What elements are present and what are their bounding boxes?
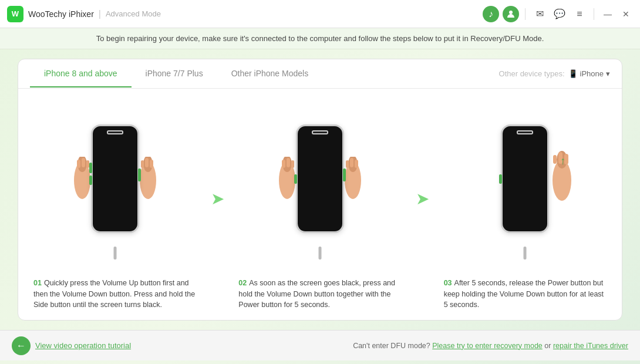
subtitle-text: To begin repairing your device, make sur… bbox=[96, 34, 544, 43]
subtitle-bar: To begin repairing your device, make sur… bbox=[0, 28, 640, 49]
device-dropdown[interactable]: 📱 iPhone ▾ bbox=[568, 69, 610, 78]
vol-up-btn-indicator bbox=[89, 163, 92, 173]
step-3-num: 03 bbox=[444, 279, 452, 287]
usb-cable-3 bbox=[524, 247, 527, 259]
step-2-col: 02As soon as the screen goes black, pres… bbox=[235, 100, 405, 314]
main-card: iPhone 8 and above iPhone 7/7 Plus Other… bbox=[18, 59, 622, 321]
svg-rect-15 bbox=[291, 160, 294, 168]
svg-rect-10 bbox=[141, 160, 144, 168]
step-2-desc: 02As soon as the screen goes black, pres… bbox=[235, 272, 405, 314]
step-2-phone bbox=[282, 124, 358, 248]
step-1-phone bbox=[77, 124, 153, 248]
usb-cable-2 bbox=[318, 247, 321, 259]
step-1-image bbox=[77, 100, 153, 272]
footer: ← View video operation tutorial Can't en… bbox=[0, 330, 640, 360]
chat-icon-btn[interactable]: 💬 bbox=[551, 6, 568, 22]
svg-rect-19 bbox=[350, 158, 353, 167]
step-2-num: 02 bbox=[238, 279, 247, 287]
device-type-label: Other device types: bbox=[499, 69, 565, 78]
step-2-text: As soon as the screen goes black, press … bbox=[238, 279, 395, 309]
device-selected: iPhone bbox=[580, 69, 604, 78]
vol-down-btn-indicator bbox=[89, 176, 92, 185]
app-logo: W bbox=[7, 6, 23, 22]
dfu-help-text: Can't enter DFU mode? bbox=[353, 342, 430, 350]
phone-frame-1 bbox=[91, 124, 139, 233]
phone-icon: 📱 bbox=[568, 69, 578, 78]
svg-rect-9 bbox=[145, 158, 149, 167]
step3-vol-down bbox=[499, 174, 502, 184]
phone-notch-1 bbox=[107, 130, 123, 134]
phone-notch-3 bbox=[517, 130, 533, 134]
mode-label: Advanced Mode bbox=[106, 9, 161, 18]
itunes-driver-link[interactable]: repair the iTunes driver bbox=[553, 342, 628, 350]
steps-area: 01Quickly press the Volume Up button fir… bbox=[18, 89, 622, 320]
step-3-col: ↑ 03After 5 seconds, release the Power b… bbox=[440, 100, 610, 314]
app-name: WooTechy iPhixer bbox=[28, 9, 94, 19]
sep1 bbox=[525, 8, 526, 20]
minimize-btn[interactable]: — bbox=[600, 7, 615, 21]
sep2 bbox=[594, 8, 594, 20]
step-3-image: ↑ bbox=[487, 100, 563, 272]
step-3-phone: ↑ bbox=[487, 124, 563, 248]
arrow-1: ➤ bbox=[206, 83, 229, 314]
close-btn[interactable]: ✕ bbox=[619, 7, 633, 21]
usb-cable-1 bbox=[113, 247, 116, 259]
footer-right: Can't enter DFU mode? Please try to ente… bbox=[353, 342, 628, 350]
step2-power bbox=[343, 168, 346, 181]
svg-rect-13 bbox=[282, 160, 285, 168]
right-arrow-icon-2: ➤ bbox=[416, 189, 429, 208]
mail-icon-btn[interactable]: ✉ bbox=[531, 6, 548, 22]
arrow-2: ➤ bbox=[411, 83, 434, 314]
svg-rect-14 bbox=[287, 158, 290, 167]
phone-frame-3 bbox=[501, 124, 549, 233]
phone-frame-2 bbox=[296, 124, 344, 233]
svg-rect-18 bbox=[355, 160, 358, 168]
main-content: iPhone 8 and above iPhone 7/7 Plus Other… bbox=[0, 49, 640, 330]
phone-notch-2 bbox=[312, 130, 328, 134]
back-arrow-icon: ← bbox=[16, 341, 26, 351]
avatar-btn[interactable] bbox=[503, 6, 519, 22]
step-3-text: After 5 seconds, release the Power butto… bbox=[444, 279, 604, 309]
step-1-num: 01 bbox=[33, 279, 42, 287]
step-2-image bbox=[282, 100, 358, 272]
release-arrow-icon: ↑ bbox=[560, 155, 565, 167]
chevron-down-icon: ▾ bbox=[606, 69, 610, 78]
step-1-desc: 01Quickly press the Volume Up button fir… bbox=[30, 272, 200, 314]
svg-rect-20 bbox=[346, 160, 349, 168]
video-tutorial-link[interactable]: View video operation tutorial bbox=[35, 341, 131, 350]
titlebar-right: ♪ ✉ 💬 ≡ — ✕ bbox=[483, 6, 633, 22]
step-1-col: 01Quickly press the Volume Up button fir… bbox=[30, 100, 200, 314]
recovery-mode-link[interactable]: Please try to enter recovery mode bbox=[432, 342, 543, 350]
footer-left: ← View video operation tutorial bbox=[12, 336, 131, 355]
tab-other-iphone[interactable]: Other iPhone Models bbox=[217, 60, 323, 87]
tab-bar: iPhone 8 and above iPhone 7/7 Plus Other… bbox=[18, 59, 622, 89]
svg-rect-8 bbox=[150, 160, 153, 168]
music-icon-btn[interactable]: ♪ bbox=[483, 6, 499, 22]
svg-rect-4 bbox=[82, 158, 85, 167]
right-arrow-icon-1: ➤ bbox=[211, 189, 224, 208]
tab-iphone8[interactable]: iPhone 8 and above bbox=[30, 60, 132, 87]
device-type-selector: Other device types: 📱 iPhone ▾ bbox=[499, 69, 610, 78]
svg-point-0 bbox=[509, 11, 513, 14]
menu-icon-btn[interactable]: ≡ bbox=[571, 6, 588, 22]
tab-iphone7[interactable]: iPhone 7/7 Plus bbox=[132, 60, 217, 87]
step-3-desc: 03After 5 seconds, release the Power but… bbox=[440, 272, 610, 314]
power-btn-indicator bbox=[138, 168, 141, 181]
svg-rect-3 bbox=[77, 160, 80, 168]
step-1-text: Quickly press the Volume Up button first… bbox=[33, 279, 195, 309]
step2-vol-down bbox=[294, 174, 297, 184]
svg-rect-5 bbox=[86, 160, 89, 168]
svg-rect-25 bbox=[553, 155, 557, 164]
title-separator: | bbox=[99, 9, 101, 19]
back-button[interactable]: ← bbox=[12, 336, 31, 355]
titlebar: W WooTechy iPhixer | Advanced Mode ♪ ✉ 💬… bbox=[0, 0, 640, 28]
